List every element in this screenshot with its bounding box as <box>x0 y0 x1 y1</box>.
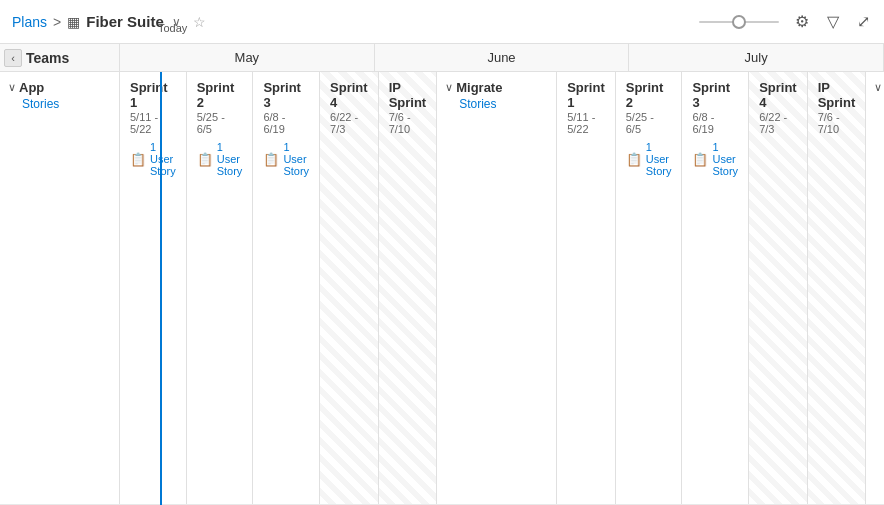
sprint-cell-app-4: IP Sprint 7/6 - 7/10 <box>379 72 438 504</box>
sprint-dates: 6/8 - 6/19 <box>263 111 309 135</box>
story-count-label: 1 User Story <box>150 141 176 177</box>
story-icon: 📋 <box>130 152 146 167</box>
sprint-cell-app-3: Sprint 4 6/22 - 7/3 <box>320 72 379 504</box>
zoom-slider-container <box>699 21 779 23</box>
month-june: June <box>375 44 630 71</box>
team-sidebar-app: ∨ App Stories <box>0 72 120 504</box>
sprint-cell-migrate-3: Sprint 4 6/22 - 7/3 <box>749 72 808 504</box>
team-section-app: ∨ App Stories Sprint 1 5/11 - 5/22 📋 1 U… <box>0 72 437 505</box>
sprint-dates: 5/25 - 6/5 <box>197 111 243 135</box>
story-icon: 📋 <box>263 152 279 167</box>
sprint-name: Sprint 3 <box>263 80 309 110</box>
filter-icon: ▽ <box>827 12 839 31</box>
today-label: Today <box>158 22 187 34</box>
team-stories-link[interactable]: Stories <box>8 97 111 111</box>
sprint-dates: 5/11 - 5/22 <box>567 111 605 135</box>
breadcrumb-plans[interactable]: Plans <box>12 14 47 30</box>
sprint-dates: 7/6 - 7/10 <box>389 111 427 135</box>
sprint-dates: 5/11 - 5/22 <box>130 111 176 135</box>
team-sidebar-report: ∨ Report Stories <box>866 72 884 504</box>
app-header: Plans > ▦ Fiber Suite ∨ ☆ ⚙ ▽ ⤢ <box>0 0 884 44</box>
month-may: May <box>120 44 375 71</box>
team-chevron-icon: ∨ <box>445 81 453 94</box>
zoom-slider[interactable] <box>699 21 779 23</box>
breadcrumb-separator: > <box>53 14 61 30</box>
sprint-cell-migrate-4: IP Sprint 7/6 - 7/10 <box>808 72 867 504</box>
teams-header-cell: ‹ Teams <box>0 44 120 71</box>
sprint-cell-migrate-1: Sprint 2 5/25 - 6/5 📋 1 User Story <box>616 72 683 504</box>
collapse-teams-button[interactable]: ‹ <box>4 49 22 67</box>
sprint-name: Sprint 2 <box>197 80 243 110</box>
story-icon: 📋 <box>197 152 213 167</box>
sprint-dates: 6/8 - 6/19 <box>692 111 738 135</box>
gear-icon: ⚙ <box>795 12 809 31</box>
month-header-row: Today ‹ Teams May June July <box>0 44 884 72</box>
team-name-row: ∨ Migrate <box>445 80 548 95</box>
team-name: App <box>19 80 44 95</box>
story-count-label: 1 User Story <box>646 141 672 177</box>
sprint-dates: 5/25 - 6/5 <box>626 111 672 135</box>
settings-button[interactable]: ⚙ <box>793 10 811 33</box>
sprint-name: Sprint 2 <box>626 80 672 110</box>
content-area: ∨ App Stories Sprint 1 5/11 - 5/22 📋 1 U… <box>0 72 884 505</box>
teams-header-label: Teams <box>26 50 69 66</box>
story-count-label: 1 User Story <box>217 141 243 177</box>
team-stories-link[interactable]: Stories <box>445 97 548 111</box>
user-story-badge[interactable]: 📋 1 User Story <box>626 141 672 177</box>
sprint-name: Sprint 1 <box>567 80 605 110</box>
team-sprints-app: Sprint 1 5/11 - 5/22 📋 1 User Story Spri… <box>120 72 437 504</box>
team-name: Migrate <box>456 80 502 95</box>
story-count-label: 1 User Story <box>712 141 738 177</box>
story-count-label: 1 User Story <box>283 141 309 177</box>
user-story-badge[interactable]: 📋 1 User Story <box>263 141 309 177</box>
user-story-badge[interactable]: 📋 1 User Story <box>692 141 738 177</box>
sprint-dates: 7/6 - 7/10 <box>818 111 856 135</box>
month-july: July <box>629 44 884 71</box>
sprint-name: IP Sprint <box>389 80 427 110</box>
sprint-name: Sprint 4 <box>330 80 368 110</box>
main-container: Today ‹ Teams May June July ∨ App Storie… <box>0 44 884 505</box>
team-name-row: ∨ App <box>8 80 111 95</box>
sprint-cell-migrate-0: Sprint 1 5/11 - 5/22 <box>557 72 616 504</box>
team-stories-link[interactable]: Stories <box>874 97 884 111</box>
sprint-cell-app-2: Sprint 3 6/8 - 6/19 📋 1 User Story <box>253 72 320 504</box>
story-icon: 📋 <box>626 152 642 167</box>
team-section-migrate: ∨ Migrate Stories Sprint 1 5/11 - 5/22 S… <box>437 72 866 505</box>
sprint-name: Sprint 4 <box>759 80 797 110</box>
sprint-cell-app-1: Sprint 2 5/25 - 6/5 📋 1 User Story <box>187 72 254 504</box>
breadcrumb: Plans > ▦ Fiber Suite ∨ ☆ <box>12 13 699 30</box>
team-sidebar-migrate: ∨ Migrate Stories <box>437 72 557 504</box>
sprint-dates: 6/22 - 7/3 <box>330 111 368 135</box>
sprint-dates: 6/22 - 7/3 <box>759 111 797 135</box>
project-title: Fiber Suite <box>86 13 164 30</box>
team-chevron-icon: ∨ <box>874 81 882 94</box>
team-section-report: ∨ Report Stories Sprint 1 5/11 - 5/22 Sp… <box>866 72 884 505</box>
expand-icon: ⤢ <box>857 12 870 31</box>
user-story-badge[interactable]: 📋 1 User Story <box>130 141 176 177</box>
expand-button[interactable]: ⤢ <box>855 10 872 33</box>
filter-button[interactable]: ▽ <box>825 10 841 33</box>
favorite-icon[interactable]: ☆ <box>193 14 206 30</box>
team-sprints-migrate: Sprint 1 5/11 - 5/22 Sprint 2 5/25 - 6/5… <box>557 72 866 504</box>
team-name-row: ∨ Report <box>874 80 884 95</box>
sprint-cell-migrate-2: Sprint 3 6/8 - 6/19 📋 1 User Story <box>682 72 749 504</box>
sprint-name: IP Sprint <box>818 80 856 110</box>
story-icon: 📋 <box>692 152 708 167</box>
sprint-cell-app-0: Sprint 1 5/11 - 5/22 📋 1 User Story <box>120 72 187 504</box>
sprint-name: Sprint 1 <box>130 80 176 110</box>
team-chevron-icon: ∨ <box>8 81 16 94</box>
user-story-badge[interactable]: 📋 1 User Story <box>197 141 243 177</box>
header-controls: ⚙ ▽ ⤢ <box>699 10 872 33</box>
sprint-name: Sprint 3 <box>692 80 738 110</box>
grid-icon: ▦ <box>67 14 80 30</box>
